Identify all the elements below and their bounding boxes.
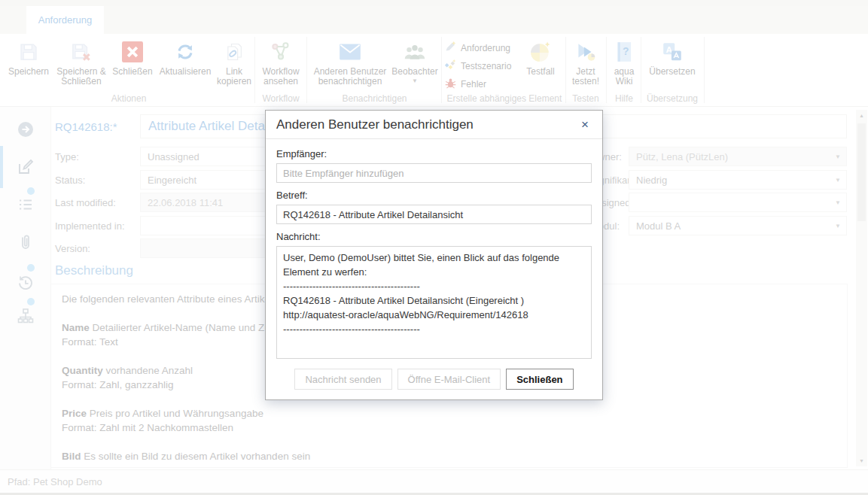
notify-user-dialog: Anderen Benutzer benachrichtigen × Empfä… — [265, 110, 603, 400]
recipient-label: Empfänger: — [276, 148, 592, 159]
dialog-button-row: Nachricht senden Öffne E-Mail-Client Sch… — [276, 369, 592, 390]
recipient-input[interactable] — [276, 163, 592, 183]
open-email-client-button: Öffne E-Mail-Client — [397, 369, 501, 390]
dialog-body: Empfänger: Betreff: Nachricht: User, Dem… — [266, 139, 602, 399]
message-textarea[interactable]: User, Demo (DemoUser) bittet Sie, einen … — [276, 246, 592, 359]
close-icon[interactable]: × — [578, 117, 592, 132]
close-dialog-button[interactable]: Schließen — [506, 369, 573, 390]
send-message-button: Nachricht senden — [294, 369, 391, 390]
app-window: Anforderung Speichern Speichern & Schlie… — [0, 0, 868, 495]
subject-input[interactable] — [276, 205, 592, 224]
subject-label: Betreff: — [276, 190, 592, 201]
dialog-titlebar: Anderen Benutzer benachrichtigen × — [266, 111, 602, 139]
message-label: Nachricht: — [276, 231, 592, 242]
dialog-title: Anderen Benutzer benachrichtigen — [276, 117, 474, 132]
